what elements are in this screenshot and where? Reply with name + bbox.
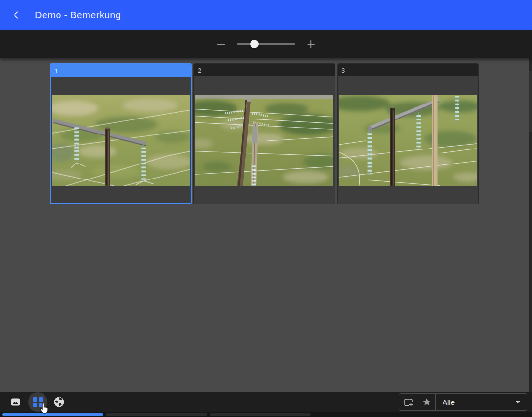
grid-view-button[interactable] (28, 392, 47, 412)
image-add-icon (403, 397, 414, 407)
tile-number: 1 (55, 67, 58, 74)
thumbnail-tile-3[interactable]: 3 (337, 63, 479, 204)
thumbnail-photo-1 (52, 95, 190, 186)
thumbnail-photo-3 (339, 95, 477, 186)
thumbnail-grid-area: 1 (0, 58, 532, 392)
filter-controls: Alle (399, 393, 527, 411)
tile-number: 2 (198, 67, 201, 74)
bottom-toolbar: Alle (0, 392, 532, 412)
filter-dropdown[interactable]: Alle (435, 394, 527, 410)
chevron-down-icon (515, 401, 521, 403)
favorites-filter-button[interactable] (417, 394, 435, 410)
tile-body (194, 76, 335, 204)
thumbnail-size-slider[interactable] (237, 39, 295, 49)
tile-header: 2 (194, 64, 335, 76)
tile-number: 3 (341, 67, 345, 74)
globe-icon (53, 396, 65, 408)
view-switcher (10, 392, 65, 412)
tile-header: 1 (51, 64, 191, 77)
page-indicator (0, 412, 532, 417)
page-segment-1[interactable] (2, 413, 103, 416)
page-segment-2[interactable] (106, 413, 207, 416)
star-icon (422, 397, 431, 407)
thumbnail-tile-2[interactable]: 2 (193, 63, 335, 204)
tile-header: 3 (338, 64, 478, 76)
photo-icon (10, 396, 21, 408)
thumbnail-row: 1 (50, 63, 479, 204)
arrow-left-icon (12, 9, 23, 21)
tile-body (51, 77, 191, 203)
slider-thumb[interactable] (250, 40, 259, 48)
thumbnail-photo-2 (195, 95, 333, 186)
add-filter-button[interactable] (399, 394, 417, 410)
vertical-scrollbar[interactable] (529, 58, 532, 392)
zoom-in-button[interactable]: + (304, 38, 318, 50)
app-bar: Demo - Bemerkung (0, 0, 532, 30)
single-photo-view-button[interactable] (10, 396, 21, 408)
page-title: Demo - Bemerkung (35, 10, 121, 21)
thumbnail-tile-1[interactable]: 1 (50, 63, 192, 204)
scrollbar-thumb[interactable] (529, 71, 532, 132)
grid-icon (33, 397, 43, 407)
map-view-button[interactable] (47, 396, 65, 408)
slider-track (237, 43, 295, 45)
tile-body (338, 76, 478, 204)
filter-dropdown-value: Alle (443, 398, 455, 406)
page-segment-3[interactable] (210, 413, 311, 416)
back-button[interactable] (8, 5, 27, 25)
zoom-out-button[interactable]: − (214, 38, 228, 50)
zoom-toolbar: − + (0, 30, 532, 58)
